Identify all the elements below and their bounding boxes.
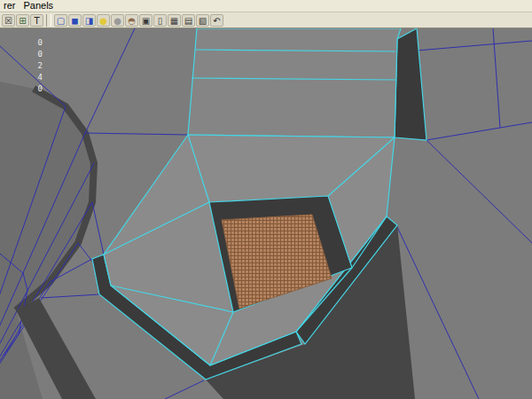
slab-back-face — [188, 28, 401, 137]
grid-display-icon[interactable]: ▦ — [168, 14, 181, 27]
textured-display-icon[interactable]: ◨ — [82, 14, 96, 27]
undo-view-icon[interactable]: ↶ — [210, 14, 223, 27]
hud-value: 4 — [32, 72, 43, 83]
shaded-textured-display-icon[interactable]: ◓ — [125, 14, 138, 27]
text-tool-icon[interactable]: T — [30, 14, 43, 27]
viewport-3d-scene — [0, 28, 532, 399]
use-all-lights-icon[interactable]: ● — [97, 14, 110, 27]
maya-panel-window: rer Panels ☒ ⊞ T ▢ ◼ ◨ ● ● ◓ ▣ ▯ ▦ ▤ ▧ ↶ — [0, 0, 532, 399]
menu-renderer-partial[interactable]: rer — [2, 0, 21, 12]
single-pane-layout-icon[interactable]: ☒ — [2, 14, 15, 27]
hud-value: 2 — [32, 60, 43, 72]
panel-menu-bar: rer Panels — [0, 0, 532, 12]
xray-display-icon[interactable]: ▯ — [153, 14, 167, 27]
isolate-select-icon[interactable]: ▣ — [139, 14, 153, 27]
hud-value: 0 — [32, 83, 43, 95]
hud-counters: 0 0 2 4 0 — [32, 37, 43, 95]
panel-toolbar: ☒ ⊞ T ▢ ◼ ◨ ● ● ◓ ▣ ▯ ▦ ▤ ▧ ↶ — [0, 12, 532, 28]
smooth-shade-display-icon[interactable]: ◼ — [68, 14, 82, 27]
viewport[interactable]: 0 0 2 4 0 — [0, 28, 532, 399]
default-material-icon[interactable]: ● — [111, 14, 124, 27]
four-pane-layout-icon[interactable]: ⊞ — [16, 14, 29, 27]
film-gate-icon[interactable]: ▤ — [182, 14, 195, 27]
toolbar-separator — [46, 14, 51, 27]
menu-panels[interactable]: Panels — [21, 0, 59, 12]
resolution-gate-icon[interactable]: ▧ — [196, 14, 209, 27]
hud-value: 0 — [32, 37, 43, 49]
wireframe-display-icon[interactable]: ▢ — [54, 14, 67, 27]
hud-value: 0 — [32, 49, 43, 60]
